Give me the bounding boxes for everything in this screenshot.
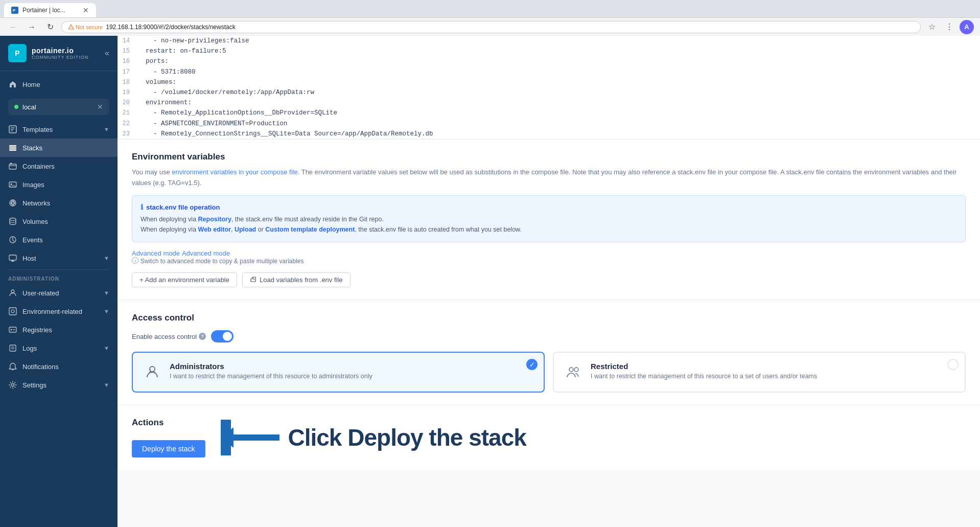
line-number: 23	[118, 129, 138, 139]
sidebar-item-volumes[interactable]: Volumes	[0, 212, 118, 231]
access-control-cards: Administrators I want to restrict the ma…	[132, 352, 966, 393]
sidebar-item-notifications[interactable]: Notifications	[0, 357, 118, 376]
stacks-icon	[8, 143, 17, 152]
profile-avatar[interactable]: A	[960, 20, 974, 34]
browser-nav: ← → ↻ ! Not secure 192.168.1.18:9000/#!/…	[0, 17, 980, 36]
arrow-svg	[221, 420, 282, 455]
enable-access-label: Enable access control ?	[132, 333, 206, 340]
sidebar-item-networks[interactable]: Networks	[0, 194, 118, 212]
images-icon	[8, 180, 17, 189]
arrow-annotation: Click Deploy the stack	[221, 420, 526, 455]
advanced-mode-link[interactable]: Advanced modeAdvanced mode	[132, 249, 230, 257]
actions-title: Actions	[132, 418, 205, 428]
svg-rect-7	[9, 145, 16, 147]
enable-access-row: Enable access control ?	[132, 330, 966, 342]
info-box-title: ℹ stack.env file operation	[141, 203, 957, 211]
logs-label: Logs	[22, 345, 99, 352]
menu-button[interactable]: ⋮	[942, 20, 956, 34]
line-content: - ASPNETCORE_ENVIRONMENT=Production	[138, 119, 980, 129]
env-desc-prefix: You may use	[132, 168, 172, 176]
env-section-title: Environment variables	[132, 152, 966, 162]
line-number: 14	[118, 36, 138, 46]
code-line: 21 - Remotely_ApplicationOptions__DbProv…	[118, 108, 980, 118]
line-number: 20	[118, 98, 138, 108]
upload-link[interactable]: Upload	[235, 226, 256, 233]
info-icon: ℹ	[141, 203, 143, 211]
svg-point-22	[11, 290, 14, 293]
administrators-card-desc: I want to restrict the management of thi…	[170, 373, 534, 380]
svg-rect-19	[9, 255, 16, 260]
events-icon	[8, 235, 17, 244]
containers-icon	[8, 162, 17, 171]
endpoint-name: local	[22, 103, 36, 111]
sidebar-item-containers[interactable]: Containers	[0, 157, 118, 175]
sidebar-logo-text: portainer.io COMMUNITY EDITION	[32, 47, 88, 60]
sidebar-item-registries[interactable]: Registries	[0, 320, 118, 339]
restricted-card[interactable]: Restricted I want to restrict the manage…	[553, 352, 966, 393]
home-label: Home	[22, 81, 109, 88]
svg-rect-28	[10, 345, 16, 351]
line-number: 16	[118, 56, 138, 66]
sidebar-item-templates[interactable]: Templates ▼	[0, 120, 118, 139]
line-content: - Remotely_ConnectionStrings__SQLite=Dat…	[138, 129, 980, 139]
sidebar-item-logs[interactable]: Logs ▼	[0, 339, 118, 357]
active-tab[interactable]: P Portainer | loc... ✕	[4, 3, 96, 17]
administrators-check-icon: ✓	[526, 359, 538, 370]
line-content: environment:	[138, 98, 980, 108]
sidebar-item-env-related[interactable]: Environment-related ▼	[0, 302, 118, 320]
registries-label: Registries	[22, 326, 109, 334]
line-content: - no-new-privileges:false	[138, 36, 980, 46]
repository-link[interactable]: Repository	[198, 216, 231, 223]
tab-close-button[interactable]: ✕	[83, 6, 89, 14]
access-control-title: Access control	[132, 313, 966, 323]
not-secure-indicator: ! Not secure	[68, 24, 103, 30]
sidebar-item-images[interactable]: Images	[0, 175, 118, 194]
env-desc-link[interactable]: environment variables in your compose fi…	[172, 168, 297, 176]
access-control-toggle[interactable]	[211, 330, 234, 342]
env-related-label: Environment-related	[22, 308, 99, 315]
templates-label: Templates	[22, 126, 99, 133]
administrators-card[interactable]: Administrators I want to restrict the ma…	[132, 352, 545, 393]
sidebar-collapse-button[interactable]: «	[105, 49, 109, 58]
annotation-text: Click Deploy the stack	[288, 424, 526, 451]
access-control-section: Access control Enable access control ?	[118, 301, 980, 405]
sidebar-endpoint-local[interactable]: local ✕	[8, 99, 109, 115]
code-line: 23 - Remotely_ConnectionStrings__SQLite=…	[118, 129, 980, 139]
administrators-card-content: Administrators I want to restrict the ma…	[170, 362, 534, 380]
sidebar-item-user-related[interactable]: User-related ▼	[0, 284, 118, 302]
bookmark-button[interactable]: ☆	[925, 20, 939, 34]
actions-section: Actions Deploy the stack Click Deploy th…	[118, 405, 980, 470]
volumes-icon	[8, 217, 17, 226]
app-container: P portainer.io COMMUNITY EDITION « Home	[0, 36, 980, 527]
address-bar[interactable]: ! Not secure 192.168.1.18:9000/#!/2/dock…	[61, 21, 921, 33]
info-line2: When deploying via Web editor, Upload or…	[141, 224, 957, 235]
hint-icon: i	[132, 257, 138, 265]
user-related-label: User-related	[22, 289, 99, 297]
deploy-stack-button[interactable]: Deploy the stack	[132, 440, 205, 457]
code-line: 17 - 5371:8080	[118, 67, 980, 77]
info-line1: When deploying via Repository, the stack…	[141, 214, 957, 224]
endpoint-close-button[interactable]: ✕	[97, 103, 103, 111]
sidebar-item-stacks[interactable]: Stacks	[0, 139, 118, 157]
sidebar-header: P portainer.io COMMUNITY EDITION «	[0, 36, 118, 71]
nav-right: ☆ ⋮ A	[925, 20, 974, 34]
back-button[interactable]: ←	[6, 20, 20, 34]
forward-button[interactable]: →	[25, 20, 39, 34]
line-number: 17	[118, 67, 138, 77]
web-editor-link[interactable]: Web editor	[198, 226, 231, 233]
settings-label: Settings	[22, 381, 99, 389]
line-number: 22	[118, 119, 138, 129]
sidebar-item-settings[interactable]: Settings ▼	[0, 376, 118, 394]
reload-button[interactable]: ↻	[43, 20, 57, 34]
sidebar-item-events[interactable]: Events	[0, 231, 118, 249]
load-env-file-button[interactable]: Load variables from .env file	[242, 272, 351, 287]
user-related-arrow-icon: ▼	[104, 290, 109, 296]
sidebar-item-home[interactable]: Home	[0, 75, 118, 94]
add-env-variable-button[interactable]: + Add an environment variable	[132, 272, 237, 287]
stackenv-info-box: ℹ stack.env file operation When deployin…	[132, 195, 966, 242]
networks-label: Networks	[22, 199, 109, 207]
sidebar-item-host[interactable]: Host ▼	[0, 249, 118, 267]
custom-template-link[interactable]: Custom template deployment	[265, 226, 355, 233]
svg-rect-9	[9, 149, 16, 151]
svg-text:!: !	[71, 26, 72, 29]
